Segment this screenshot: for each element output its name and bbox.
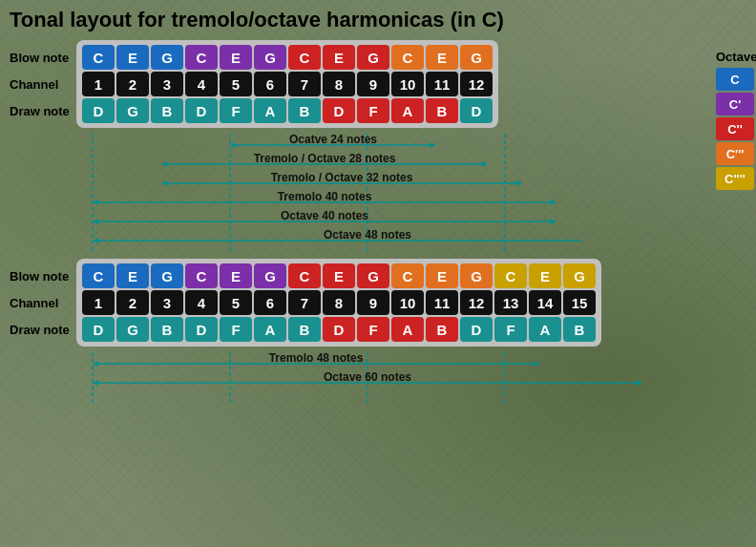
channel-cell-9: 9 [357, 72, 389, 96]
channel-cell-10: 10 [391, 72, 424, 96]
draw-cell-3: B [151, 317, 183, 342]
blow-cell-3: G [151, 263, 183, 288]
blow-cell-14: E [529, 263, 561, 288]
blow-cell-9: G [357, 263, 389, 288]
channel-cell-8: 8 [323, 72, 355, 96]
draw-cell-10: A [391, 317, 424, 342]
channel-cell-8: 8 [323, 290, 355, 315]
svg-marker-17 [93, 200, 98, 205]
blow-cell-7: C [288, 45, 321, 70]
blow-note-label: Blow note [10, 45, 76, 70]
draw-note-label2: Draw note [10, 317, 76, 342]
blow-cell-11: E [426, 45, 458, 70]
blow-cell-15: G [563, 263, 596, 288]
octave-cell-4: C'''' [716, 167, 754, 190]
blow-cell-5: E [220, 263, 252, 288]
channel-cell-6: 6 [254, 72, 286, 96]
svg-text:Tremolo / Octave 28 notes: Tremolo / Octave 28 notes [254, 152, 396, 165]
channel-cell-1: 1 [82, 290, 115, 315]
blow-cell-12: G [460, 263, 493, 288]
channel-cell-11: 11 [426, 72, 458, 96]
octave-legend: Octave CC'C''C'''C'''' [716, 50, 756, 192]
svg-marker-6 [430, 142, 436, 148]
draw-cell-12: D [460, 317, 493, 342]
blow-cell-12: G [460, 45, 493, 70]
ranges2-svg: Tremolo 48 notesOctave 60 notes [76, 350, 706, 403]
draw-cell-4: D [185, 98, 218, 123]
channel-cell-4: 4 [185, 72, 218, 96]
channel-cell-7: 7 [288, 72, 321, 96]
ranges1-svg: Ocatve 24 notesTremolo / Octave 28 notes… [76, 132, 582, 251]
draw-cell-2: G [116, 98, 149, 123]
draw-cell-9: F [357, 98, 389, 123]
channel-label: Channel [10, 72, 76, 96]
svg-marker-37 [93, 380, 98, 386]
channel-cell-11: 11 [426, 290, 458, 315]
blow-cell-4: C [185, 45, 218, 70]
svg-marker-18 [551, 200, 556, 205]
blow-cell-1: C [82, 263, 115, 288]
draw-cell-10: A [391, 98, 424, 123]
draw-cell-7: B [288, 98, 321, 123]
blow-cell-9: G [357, 45, 389, 70]
draw-cell-5: F [220, 317, 252, 342]
svg-marker-38 [637, 380, 642, 386]
draw-cell-2: G [116, 317, 149, 342]
draw-note-label: Draw note [10, 98, 76, 123]
blow-cell-10: C [391, 263, 424, 288]
channel-cell-2: 2 [116, 290, 149, 315]
svg-text:Octave 60 notes: Octave 60 notes [324, 370, 411, 384]
channel-cell-12: 12 [460, 290, 493, 315]
blow-cell-13: C [494, 263, 527, 288]
harmonica1-grid: CEGCEGCEGCEG 123456789101112 DGBDFABDFAB… [76, 40, 498, 128]
harmonica1-section: Blow note Channel Draw note CEGCEGCEGCEG… [10, 40, 706, 128]
svg-text:Ocatve 24 notes: Ocatve 24 notes [289, 133, 377, 146]
svg-marker-22 [551, 219, 556, 224]
draw-cell-4: D [185, 317, 218, 342]
octave-title: Octave [716, 50, 756, 64]
channel-cell-12: 12 [460, 72, 493, 96]
draw-cell-6: A [254, 317, 286, 342]
page-title: Tonal layout for tremolo/octave harmonic… [10, 8, 746, 32]
draw-cell-9: F [357, 317, 389, 342]
blow-cell-1: C [82, 45, 115, 70]
channel-cell-3: 3 [151, 72, 183, 96]
channel-cell-3: 3 [151, 290, 183, 315]
channel-cell-4: 4 [185, 290, 218, 315]
channel-label2: Channel [10, 290, 76, 315]
blow-cell-7: C [288, 263, 321, 288]
channel-cell-5: 5 [220, 290, 252, 315]
channel-cell-13: 13 [494, 290, 527, 315]
channel-cell-5: 5 [220, 72, 252, 96]
channel-cell-9: 9 [357, 290, 389, 315]
draw-cell-6: A [254, 98, 286, 123]
svg-marker-25 [93, 238, 98, 243]
harmonica2-grid: CEGCEGCEGCEGCEG 123456789101112131415 DG… [76, 259, 601, 347]
octave-cell-3: C''' [716, 142, 754, 165]
blow-cell-2: E [116, 263, 149, 288]
ranges2-container: Tremolo 48 notesOctave 60 notes [76, 350, 706, 407]
channel-cell-14: 14 [529, 290, 561, 315]
draw-cell-1: D [82, 317, 115, 342]
harmonica2-section: Blow note Channel Draw note CEGCEGCEGCEG… [10, 259, 706, 347]
blow-cell-3: G [151, 45, 183, 70]
draw-cell-8: D [323, 98, 355, 123]
blow-cell-4: C [185, 263, 218, 288]
svg-marker-14 [516, 180, 522, 186]
blow-cell-8: E [323, 45, 355, 70]
blow-note-label2: Blow note [10, 263, 76, 288]
svg-marker-9 [161, 161, 167, 167]
channel-cell-6: 6 [254, 290, 286, 315]
svg-text:Tremolo / Octave 32 notes: Tremolo / Octave 32 notes [271, 171, 413, 184]
svg-text:Tremolo 40 notes: Tremolo 40 notes [278, 190, 372, 203]
svg-marker-10 [482, 161, 488, 167]
draw-cell-1: D [82, 98, 115, 123]
draw-cell-7: B [288, 317, 321, 342]
blow-cell-6: G [254, 263, 286, 288]
channel-cell-1: 1 [82, 72, 115, 96]
blow-cell-10: C [391, 45, 424, 70]
draw-cell-11: B [426, 317, 458, 342]
channel-cell-15: 15 [563, 290, 596, 315]
draw-cell-14: A [529, 317, 561, 342]
octave-cell-0: C [716, 68, 754, 91]
